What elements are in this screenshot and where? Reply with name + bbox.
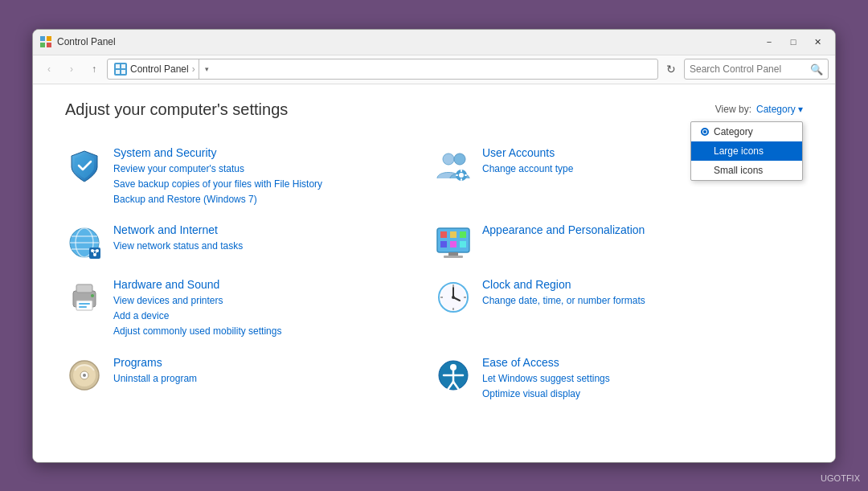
svg-point-8 [443, 153, 454, 165]
control-panel-window: Control Panel − □ ✕ ‹ › ↑ Control Panel … [32, 29, 836, 463]
path-text: Control Panel [130, 63, 189, 75]
svg-rect-7 [121, 70, 125, 74]
link-network-status[interactable]: View network status and tasks [113, 239, 434, 254]
radio-category [701, 128, 709, 136]
window-controls: − □ ✕ [758, 34, 829, 50]
icon-hardware [65, 278, 104, 317]
link-uninstall[interactable]: Uninstall a program [113, 371, 434, 387]
svg-rect-35 [448, 252, 458, 256]
search-icon: 🔍 [810, 63, 823, 76]
title-bar: Control Panel − □ ✕ [33, 30, 835, 55]
category-programs: Programs Uninstall a program [65, 348, 434, 410]
refresh-button[interactable]: ↻ [661, 59, 681, 79]
window-title: Control Panel [57, 36, 758, 47]
dropdown-item-large-icons[interactable]: Large icons [691, 141, 802, 161]
svg-rect-41 [79, 306, 87, 308]
category-system-security: System and Security Review your computer… [65, 138, 434, 216]
link-add-device[interactable]: Add a device [113, 309, 434, 324]
link-file-history[interactable]: Save backup copies of your files with Fi… [113, 177, 434, 192]
svg-rect-4 [116, 64, 120, 68]
svg-rect-36 [444, 256, 463, 258]
svg-point-47 [452, 296, 455, 299]
category-hardware: Hardware and Sound View devices and prin… [65, 270, 434, 348]
icon-user-accounts [434, 146, 473, 185]
page-header: Adjust your computer's settings View by:… [65, 100, 803, 119]
link-review-status[interactable]: Review your computer's status [113, 162, 434, 177]
cat-title-programs[interactable]: Programs [113, 356, 434, 369]
up-button[interactable]: ↑ [84, 59, 104, 79]
address-path[interactable]: Control Panel › ▾ [107, 59, 658, 80]
cat-info-hardware: Hardware and Sound View devices and prin… [113, 278, 434, 340]
category-ease: Ease of Access Let Windows suggest setti… [434, 348, 803, 410]
watermark: UGOTFIX [821, 473, 860, 483]
cat-info-system: System and Security Review your computer… [113, 146, 434, 208]
category-appearance: Appearance and Personalization [434, 215, 803, 270]
svg-rect-3 [47, 43, 51, 47]
path-dropdown-button[interactable]: ▾ [199, 59, 215, 80]
cat-info-appearance: Appearance and Personalization [482, 223, 803, 239]
svg-point-42 [91, 294, 94, 297]
cat-title-clock[interactable]: Clock and Region [482, 278, 803, 291]
svg-rect-5 [121, 64, 125, 68]
svg-rect-30 [450, 231, 457, 238]
svg-rect-33 [450, 241, 457, 248]
svg-rect-1 [47, 36, 51, 41]
cat-title-appearance[interactable]: Appearance and Personalization [482, 223, 803, 236]
window-icon [39, 35, 52, 48]
dropdown-item-category[interactable]: Category [691, 122, 802, 141]
search-input[interactable] [690, 63, 807, 75]
svg-rect-31 [460, 231, 466, 238]
svg-rect-38 [76, 284, 92, 293]
link-visual-display[interactable]: Optimize visual display [482, 387, 803, 402]
cat-info-network: Network and Internet View network status… [113, 223, 434, 254]
svg-rect-29 [440, 231, 447, 238]
icon-appearance [434, 223, 473, 262]
category-clock: Clock and Region Change date, time, or n… [434, 270, 803, 348]
svg-rect-15 [465, 174, 467, 176]
svg-rect-39 [76, 301, 92, 310]
svg-rect-34 [460, 241, 466, 248]
address-bar: ‹ › ↑ Control Panel › ▾ ↻ 🔍 [33, 55, 835, 84]
path-separator: › [192, 63, 195, 75]
svg-point-9 [454, 153, 465, 165]
dropdown-small-label: Small icons [714, 165, 763, 176]
svg-rect-0 [40, 36, 45, 41]
page-title: Adjust your computer's settings [65, 100, 288, 119]
svg-rect-32 [440, 241, 447, 248]
view-by-label: View by: [715, 104, 751, 115]
svg-point-55 [83, 374, 86, 377]
maximize-button[interactable]: □ [782, 34, 805, 50]
content-area: Adjust your computer's settings View by:… [33, 84, 835, 462]
svg-point-11 [459, 173, 464, 178]
link-devices-printers[interactable]: View devices and printers [113, 293, 434, 309]
cat-info-clock: Clock and Region Change date, time, or n… [482, 278, 803, 309]
category-network: Network and Internet View network status… [65, 215, 434, 270]
view-by-button[interactable]: Category ▾ [756, 104, 803, 115]
cat-info-programs: Programs Uninstall a program [113, 356, 434, 387]
svg-rect-13 [461, 178, 462, 181]
path-icon [114, 63, 127, 76]
minimize-button[interactable]: − [758, 34, 780, 50]
link-suggest-settings[interactable]: Let Windows suggest settings [482, 371, 803, 387]
cat-title-network[interactable]: Network and Internet [113, 223, 434, 236]
close-button[interactable]: ✕ [806, 34, 829, 50]
forward-button[interactable]: › [62, 59, 81, 79]
svg-rect-6 [116, 70, 120, 74]
link-backup-restore[interactable]: Backup and Restore (Windows 7) [113, 192, 434, 207]
cat-info-ease: Ease of Access Let Windows suggest setti… [482, 356, 803, 402]
link-mobility[interactable]: Adjust commonly used mobility settings [113, 324, 434, 339]
icon-clock [434, 278, 473, 317]
icon-network [65, 223, 104, 262]
link-date-time[interactable]: Change date, time, or number formats [482, 293, 803, 309]
cat-title-system[interactable]: System and Security [113, 146, 434, 159]
icon-programs [65, 356, 104, 395]
view-dropdown: Category Large icons Small icons [690, 121, 803, 181]
cat-title-ease[interactable]: Ease of Access [482, 356, 803, 369]
search-box: 🔍 [684, 59, 829, 80]
back-button[interactable]: ‹ [39, 59, 59, 79]
cat-title-hardware[interactable]: Hardware and Sound [113, 278, 434, 291]
dropdown-item-small-icons[interactable]: Small icons [691, 161, 802, 180]
dropdown-large-label: Large icons [714, 145, 764, 157]
svg-rect-14 [456, 174, 458, 176]
icon-system-security [65, 146, 104, 185]
